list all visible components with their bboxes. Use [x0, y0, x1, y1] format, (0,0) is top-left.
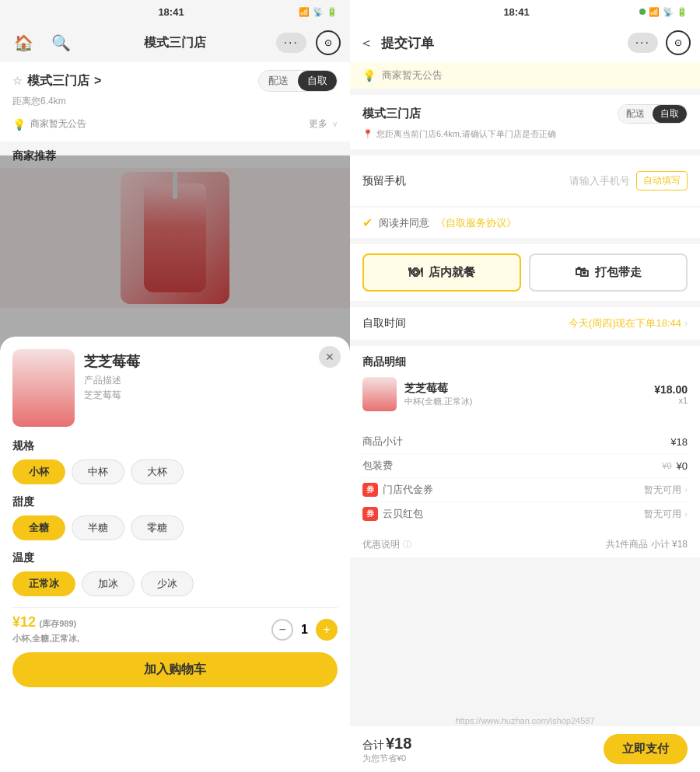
search-icon[interactable]: 🔍 — [47, 29, 75, 57]
signal-icon: 📡 — [313, 7, 324, 17]
store-notice-row: 💡 商家暂无公告 更多 ∨ — [12, 113, 338, 135]
order-detail: 商品明细 芝芝莓莓 中杯(全糖,正常冰) ¥18.00 x1 — [350, 346, 700, 427]
notice-banner-text: 商家暂无公告 — [382, 68, 443, 82]
battery-icon: 🔋 — [327, 7, 338, 17]
temp-more[interactable]: 加冰 — [82, 571, 135, 596]
coupon-label: 门店代金券 — [383, 483, 433, 497]
packaging-strike: ¥0 — [662, 461, 671, 470]
pickup-time-chevron: › — [684, 318, 688, 329]
order-item-image — [362, 377, 397, 411]
dine-in-button[interactable]: 🍽 店内就餐 — [362, 253, 521, 292]
temp-less[interactable]: 少冰 — [141, 571, 194, 596]
modal-overlay: ✕ 芝芝莓莓 产品描述 芝芝莓莓 规格 小杯 中杯 大杯 — [0, 155, 350, 772]
right-top-nav: ＜ 提交订单 ··· ⊙ — [350, 23, 700, 62]
sweetness-full[interactable]: 全糖 — [12, 515, 65, 540]
location-pin-icon: 📍 — [362, 129, 373, 139]
left-status-icons: 📶 📡 🔋 — [299, 7, 338, 17]
modal-price: ¥12 (库存989) 小杯,全糖,正常冰, — [12, 614, 79, 644]
right-panel: 18:41 📶 📡 🔋 ＜ 提交订单 ··· ⊙ 💡 商家暂无公告 模式三门店 … — [350, 0, 700, 772]
more-chevron-icon: ∨ — [332, 120, 338, 128]
back-button[interactable]: ＜ — [359, 33, 373, 52]
left-time: 18:41 — [44, 6, 299, 18]
spec-large-cup[interactable]: 大杯 — [131, 459, 184, 484]
price-number: ¥12 — [12, 614, 36, 630]
left-top-nav: 🏠 🔍 模式三门店 ··· ⊙ — [0, 23, 350, 62]
phone-label: 预留手机 — [362, 174, 406, 188]
spec-small-cup[interactable]: 小杯 — [12, 459, 65, 484]
order-detail-title: 商品明细 — [362, 355, 688, 369]
coupon-chevron: › — [684, 485, 688, 494]
notice-banner-icon: 💡 — [362, 69, 376, 82]
temp-normal[interactable]: 正常冰 — [12, 571, 75, 596]
left-nav-dots[interactable]: ··· — [276, 33, 306, 53]
notice-light-icon: 💡 — [12, 118, 26, 131]
discount-label: 优惠说明 — [362, 538, 400, 551]
dine-options: 🍽 店内就餐 🛍 打包带走 — [350, 244, 700, 301]
order-self-pickup-tab[interactable]: 自取 — [653, 105, 687, 123]
packaging-row: 包装费 ¥0 ¥0 — [362, 454, 688, 478]
red-packet-chevron: › — [684, 509, 688, 519]
order-item-info: 芝芝莓莓 中杯(全糖,正常冰) — [404, 382, 646, 407]
right-scan-icon[interactable]: ⊙ — [666, 30, 691, 55]
red-packet-row[interactable]: 券 云贝红包 暂无可用 › — [362, 502, 688, 526]
sweetness-zero[interactable]: 零糖 — [131, 515, 184, 540]
store-distance: 距离您6.4km — [12, 95, 338, 108]
order-delivery-tabs: 配送 自取 — [618, 104, 688, 124]
scan-icon[interactable]: ⊙ — [316, 30, 341, 55]
order-delivery-tab[interactable]: 配送 — [618, 105, 653, 123]
sweetness-half[interactable]: 半糖 — [72, 515, 124, 540]
takeaway-label: 打包带走 — [595, 265, 642, 280]
agreement-link[interactable]: 《自取服务协议》 — [436, 216, 516, 230]
info-icon: ⓘ — [403, 539, 411, 550]
spec-medium-cup[interactable]: 中杯 — [72, 459, 124, 484]
more-button[interactable]: 更多 — [309, 117, 327, 131]
temperature-options: 正常冰 加冰 少冰 — [12, 571, 338, 596]
modal-product-info: 芝芝莓莓 产品描述 芝芝莓莓 — [84, 349, 338, 427]
qty-decrease-button[interactable]: − — [271, 619, 293, 641]
stock-label: (库存989) — [40, 619, 77, 628]
takeaway-button[interactable]: 🛍 打包带走 — [529, 253, 688, 292]
subtotal-label: 商品小计 — [362, 435, 403, 449]
modal-close-button[interactable]: ✕ — [319, 346, 341, 368]
agreement-row: ✔ 阅读并同意 《自取服务协议》 — [350, 208, 700, 238]
phone-form-row: 预留手机 请输入手机号 自动填写 — [362, 165, 688, 197]
order-item-spec: 中杯(全糖,正常冰) — [404, 396, 646, 407]
order-store-card: 模式三门店 配送 自取 📍 您距离当前门店6.4km,请确认下单门店是否正确 — [350, 95, 700, 149]
right-status-bar: 18:41 📶 📡 🔋 — [350, 0, 700, 23]
pickup-time-row[interactable]: 自取时间 今天(周四)现在下单18:44 › — [350, 307, 700, 340]
save-text: 为您节省¥0 — [362, 753, 415, 764]
order-item-price-col: ¥18.00 x1 — [654, 383, 688, 405]
right-nav-dots[interactable]: ··· — [628, 33, 658, 53]
star-icon: ☆ — [12, 75, 23, 87]
spec-section: 规格 小杯 中杯 大杯 — [12, 439, 338, 484]
pickup-time-value: 今天(周四)现在下单18:44 › — [569, 316, 688, 330]
store-arrow[interactable]: > — [94, 74, 101, 88]
phone-input-placeholder[interactable]: 请输入手机号 — [406, 174, 630, 188]
left-status-bar: 18:41 📶 📡 🔋 — [0, 0, 350, 23]
add-to-cart-button[interactable]: 加入购物车 — [12, 652, 338, 687]
left-panel: 18:41 📶 📡 🔋 🏠 🔍 模式三门店 ··· ⊙ ☆ 模式三门店 > 配送… — [0, 0, 350, 772]
temperature-title: 温度 — [12, 551, 338, 565]
order-store-name: 模式三门店 — [362, 107, 421, 121]
qty-control: − 1 + — [271, 619, 338, 641]
red-packet-label-row: 券 云贝红包 — [362, 507, 423, 521]
right-nav-title: 提交订单 — [381, 34, 620, 52]
coupon-row[interactable]: 券 门店代金券 暂无可用 › — [362, 478, 688, 502]
checkbox-icon[interactable]: ✔ — [362, 215, 373, 230]
auto-fill-button[interactable]: 自动填写 — [636, 171, 688, 190]
right-signal-icon: 📡 — [663, 7, 674, 17]
home-icon[interactable]: 🏠 — [9, 29, 37, 57]
spec-options: 小杯 中杯 大杯 — [12, 459, 338, 484]
spec-title: 规格 — [12, 439, 338, 453]
delivery-tab[interactable]: 配送 — [259, 71, 298, 91]
pay-button[interactable]: 立即支付 — [604, 734, 688, 764]
right-content: 💡 商家暂无公告 模式三门店 配送 自取 📍 您距离当前门店6.4km,请确认下… — [350, 62, 700, 772]
subtotal-row: 商品小计 ¥18 — [362, 430, 688, 454]
self-pickup-tab[interactable]: 自取 — [298, 71, 337, 91]
qty-increase-button[interactable]: + — [316, 619, 338, 641]
order-item-name: 芝芝莓莓 — [404, 382, 646, 396]
red-packet-value: 暂无可用 — [644, 508, 681, 521]
order-store-sub: 📍 您距离当前门店6.4km,请确认下单门店是否正确 — [362, 128, 688, 140]
total-section: 合计 ¥18 为您节省¥0 — [362, 735, 415, 764]
left-nav-title: 模式三门店 — [84, 35, 267, 51]
